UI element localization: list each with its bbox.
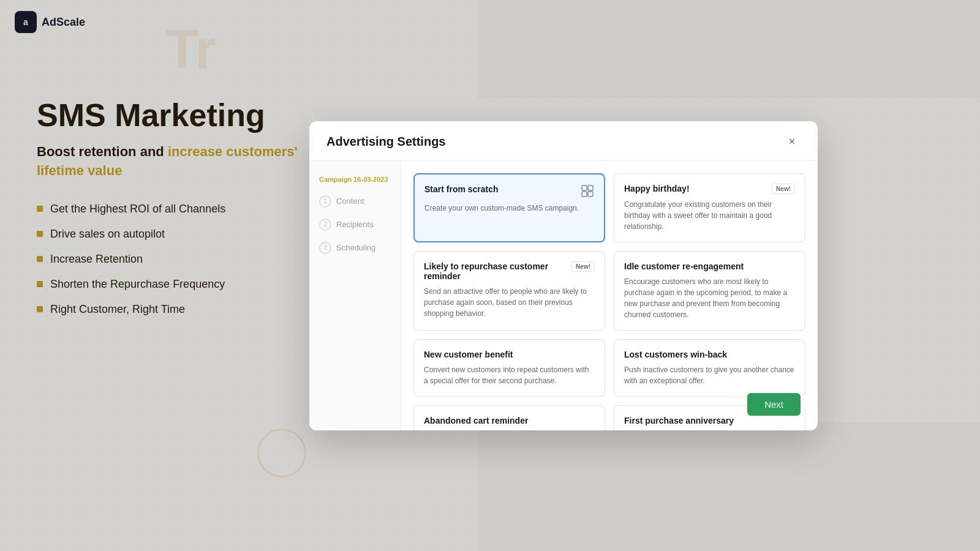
template-desc: Send an attractive offer to people who a… [424, 286, 595, 319]
step-label: Recipients [336, 220, 374, 229]
step-content: 1 Content [319, 195, 391, 208]
template-selection-area: Start from scratch Create your own [401, 161, 818, 430]
template-name: First purchase anniversary [624, 416, 734, 425]
template-card-header: Likely to repurchase customer reminder N… [424, 261, 595, 281]
template-card-lost[interactable]: Lost customers win-back Push inactive cu… [614, 339, 805, 397]
svg-rect-1 [588, 186, 593, 190]
new-badge: New! [772, 184, 795, 194]
template-name: Likely to repurchase customer reminder [424, 261, 571, 281]
svg-rect-3 [588, 192, 593, 197]
template-desc: Push inactive customers to give you anot… [624, 364, 795, 386]
template-name: Abandoned cart reminder [424, 416, 528, 425]
new-badge: New! [571, 261, 595, 272]
template-desc: Convert new customers into repeat custom… [424, 364, 595, 386]
step-number: 2 [319, 219, 331, 231]
template-card-header: Lost customers win-back [624, 350, 795, 359]
step-number: 1 [319, 195, 331, 208]
step-number: 3 [319, 242, 331, 254]
template-card-header: Start from scratch [424, 184, 594, 198]
template-name: Lost customers win-back [624, 350, 727, 359]
template-card-header: Happy birthday! New! [624, 184, 795, 194]
template-card-idle[interactable]: Idle customer re-engagement Encourage cu… [614, 251, 805, 331]
modal-header: Advertising Settings × [309, 121, 818, 161]
template-card-scratch[interactable]: Start from scratch Create your own [413, 173, 605, 242]
svg-rect-0 [582, 186, 587, 190]
modal-body: Campaign 16-03-2023 1 Content 2 Recipien… [309, 161, 818, 430]
campaign-date: Campaign 16-03-2023 [319, 176, 391, 183]
close-button[interactable]: × [783, 133, 801, 151]
template-grid: Start from scratch Create your own [413, 173, 805, 430]
template-name: New customer benefit [424, 350, 513, 359]
step-scheduling: 3 Scheduling [319, 242, 391, 254]
modal-overlay: Advertising Settings × Campaign 16-03-20… [0, 0, 980, 551]
template-name: Happy birthday! [624, 184, 690, 193]
template-card-header: Abandoned cart reminder [424, 416, 595, 425]
template-card-new-customer[interactable]: New customer benefit Convert new custome… [413, 339, 605, 397]
next-button[interactable]: Next [747, 393, 801, 416]
svg-rect-2 [582, 192, 587, 197]
step-recipients: 2 Recipients [319, 219, 391, 231]
advertising-settings-modal: Advertising Settings × Campaign 16-03-20… [309, 121, 818, 430]
template-card-repurchase[interactable]: Likely to repurchase customer reminder N… [413, 251, 605, 331]
template-desc: Create your own custom-made SMS campaign… [424, 203, 594, 214]
scratch-icon [581, 184, 594, 198]
template-desc: Encourage customers who are most likely … [624, 276, 795, 320]
step-label: Content [336, 197, 364, 206]
template-name: Start from scratch [424, 184, 499, 194]
template-card-abandoned[interactable]: Abandoned cart reminder Send an instant … [413, 405, 605, 430]
template-card-header: Idle customer re-engagement [624, 261, 795, 271]
modal-sidebar: Campaign 16-03-2023 1 Content 2 Recipien… [309, 161, 401, 430]
template-card-header: First purchase anniversary [624, 416, 795, 425]
step-label: Scheduling [336, 243, 375, 252]
template-card-birthday[interactable]: Happy birthday! New! Congratulate your e… [614, 173, 805, 242]
modal-title: Advertising Settings [326, 135, 445, 149]
template-card-header: New customer benefit [424, 350, 595, 359]
template-name: Idle customer re-engagement [624, 261, 744, 271]
template-desc: Congratulate your existing customers on … [624, 199, 795, 232]
